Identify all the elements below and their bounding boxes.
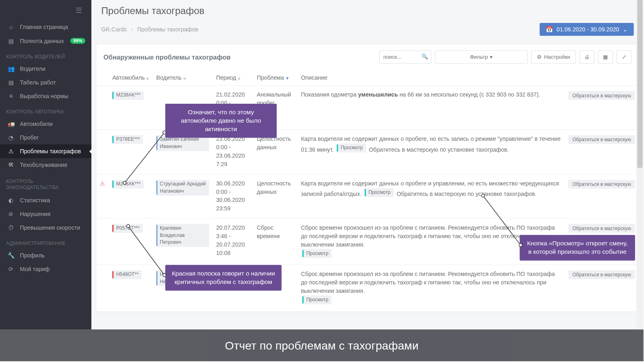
vehicle-tag[interactable]: P057BT***	[112, 224, 142, 233]
nav-tacho-problems[interactable]: ⚠Проблемы тахографов	[0, 144, 91, 158]
contact-workshop-button[interactable]: Обратиться в мастерскую	[568, 270, 635, 279]
gear-icon: ⚙	[537, 54, 542, 60]
scrollbar-thumb[interactable]	[637, 0, 642, 168]
warning-icon: ⚠	[6, 148, 16, 154]
stripe-icon	[156, 181, 157, 195]
description-cell: Показания одометра уменьшились на 66 км …	[297, 85, 565, 130]
nav-mileage[interactable]: ◔Пробег	[0, 131, 91, 144]
table-row: ⚠M248AK***Стругацкий Аркадий Натанович30…	[96, 174, 638, 218]
search-icon: 🔍	[421, 53, 428, 60]
view-chip[interactable]: Просмотр	[302, 249, 332, 258]
nav-norm[interactable]: ≡Выработка нормы	[0, 89, 91, 103]
driver-tag[interactable]: Стругацкий Аркадий Натанович	[156, 180, 209, 195]
col-driver[interactable]: Водитель◆	[153, 70, 213, 85]
driver-tag[interactable]: Крапивин Владислав Петрович	[156, 224, 209, 247]
nav-profile[interactable]: 🔧Профиль	[0, 249, 91, 262]
view-chip[interactable]: Просмотр	[336, 144, 366, 152]
annotation-callout: Красная полоска говорит о наличии критич…	[165, 265, 282, 290]
export-excel-button[interactable]: ▦	[598, 50, 613, 64]
contact-workshop-button[interactable]: Обратиться в мастерскую	[568, 224, 635, 233]
stripe-icon	[156, 272, 157, 286]
nav-vehicles[interactable]: 🚛Автомобили	[0, 117, 91, 131]
vehicle-label: P378EE***	[116, 136, 140, 143]
contact-workshop-button[interactable]: Обратиться в мастерскую	[568, 180, 635, 189]
period-cell: 30.06.2020 0:00 - 30.06.2020 23:59	[213, 174, 253, 218]
filter-button[interactable]: Фильтр ▾	[435, 50, 528, 64]
gauge-icon: ◔	[6, 134, 16, 141]
stripe-icon	[112, 181, 114, 187]
nav-label: Полнота данных	[20, 37, 64, 44]
completeness-badge: 99%	[70, 38, 85, 43]
alert-cell: ⚠	[96, 174, 109, 218]
tool-icon: 🔧	[6, 252, 16, 259]
stripe-icon	[156, 136, 157, 150]
piechart-icon: ◐	[6, 197, 16, 203]
nav-tariff[interactable]: ⟳Мой тариф	[0, 262, 91, 276]
vertical-scrollbar[interactable]	[636, 0, 644, 329]
nav-label: Главная страница	[20, 24, 68, 30]
annotation-callout: Означает, что по этому автомобилю давно …	[165, 104, 277, 138]
users-icon: 👥	[6, 66, 16, 72]
home-icon: ⌂	[6, 24, 16, 30]
truck-icon: 🚛	[6, 121, 16, 127]
driver-tag[interactable]: Замятин Евгений Иванович	[156, 135, 209, 151]
date-range-value: 01.06.2020 - 30.09.2020	[557, 26, 619, 33]
nav-speeding[interactable]: ⏱Превышения скорости	[0, 221, 91, 234]
col-period[interactable]: Период◆	[213, 70, 253, 85]
breadcrumb-root[interactable]: GR.Cards	[101, 26, 126, 33]
view-chip[interactable]: Просмотр	[302, 296, 332, 304]
nav-drivers[interactable]: 👥Водители	[0, 62, 91, 76]
search-wrap: 🔍	[379, 50, 431, 64]
nav-group-header: КОНТРОЛЬ АВТОПАРКА	[0, 103, 91, 117]
menu-toggle-icon[interactable]: ☰	[0, 0, 91, 21]
list-icon: ▤	[6, 79, 16, 86]
speed-icon: ⏱	[6, 224, 16, 230]
nav-group-header: КОНТРОЛЬ ВОДИТЕЛЕЙ	[0, 48, 91, 62]
ban-icon: ⊘	[6, 210, 16, 217]
vehicle-tag[interactable]: M238AK***	[112, 91, 144, 100]
caret-down-icon: ▾	[490, 54, 493, 60]
nav-maintenance[interactable]: 🛠Техобслуживание	[0, 158, 91, 172]
contact-workshop-button[interactable]: Обратиться в мастерскую	[568, 135, 635, 144]
stripe-icon	[156, 225, 157, 246]
nav-data-completeness[interactable]: ▤ Полнота данных 99%	[0, 34, 91, 48]
description-cell: Карта водителя не содержит данных о проб…	[297, 174, 565, 218]
panel-title: Обнаруженные проблемы тахографов	[103, 53, 231, 61]
vehicle-label: P057BT***	[116, 225, 140, 232]
vehicle-tag[interactable]: M248AK***	[112, 180, 144, 189]
page-title: Проблемы тахографов	[101, 5, 634, 17]
chevron-down-icon: ⌄	[623, 26, 627, 33]
nav-group-header: АДМИНИСТРИРОВАНИЕ	[0, 234, 91, 249]
description-cell: Карта водителя не содержит данных о проб…	[297, 130, 565, 174]
vehicle-label: M238AK***	[116, 92, 140, 99]
lines-icon: ≡	[6, 93, 16, 99]
print-button[interactable]: 🖨	[579, 50, 594, 64]
stripe-icon	[112, 136, 114, 143]
nav-timesheet[interactable]: ▤Табель работ	[0, 76, 91, 89]
vehicle-label: H548OT**	[116, 272, 138, 278]
breadcrumb: GR.Cards › Проблемы тахографов	[101, 26, 198, 33]
col-problem[interactable]: Проблема▼	[253, 70, 297, 85]
alert-cell	[96, 218, 109, 265]
view-chip[interactable]: Просмотр	[365, 188, 394, 197]
vehicle-tag[interactable]: P378EE***	[112, 135, 143, 144]
settings-button[interactable]: ⚙ Настройки	[531, 50, 576, 64]
sidebar: ☰ ⌂ Главная страница ▤ Полнота данных 99…	[0, 0, 91, 329]
nav-group-header: КОНТРОЛЬ ЗАКОНОДАТЕЛЬСТВА	[0, 172, 91, 193]
wrench-icon: 🛠	[6, 162, 16, 168]
nav-violations[interactable]: ⊘Нарушения	[0, 207, 91, 221]
bars-icon: ▤	[6, 37, 16, 44]
warning-icon: ⚠	[100, 180, 105, 187]
nav-stats[interactable]: ◐Статистика	[0, 193, 91, 207]
col-vehicle[interactable]: Автомобиль◆	[109, 70, 153, 85]
driver-label: Стругацкий Аркадий Натанович	[160, 181, 206, 195]
vehicle-tag[interactable]: H548OT**	[112, 270, 142, 279]
fullscreen-button[interactable]: ⤢	[617, 50, 632, 64]
nav-home[interactable]: ⌂ Главная страница	[0, 21, 91, 34]
contact-workshop-button[interactable]: Обратиться в мастерскую	[568, 91, 635, 100]
chevron-right-icon: ›	[131, 26, 133, 33]
slide-caption: Отчет по проблемам с тахографами	[0, 329, 644, 361]
driver-label: Крапивин Владислав Петрович	[160, 225, 206, 246]
date-range-picker[interactable]: 📅 01.06.2020 - 30.09.2020 ⌄	[540, 23, 634, 36]
stripe-icon	[112, 272, 114, 278]
